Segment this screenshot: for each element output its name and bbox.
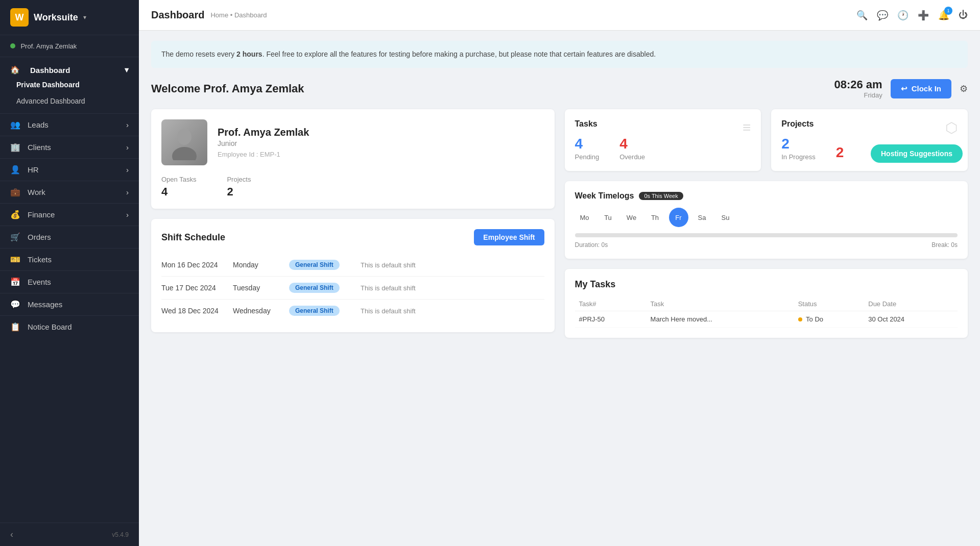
status-text: To Do	[806, 315, 823, 323]
topbar: Dashboard Home • Dashboard 🔍 💬 🕐 ➕ 🔔 1 ⏻	[139, 0, 980, 31]
clock-in-label: Clock In	[912, 84, 941, 93]
sidebar-item-messages[interactable]: 💬 Messages	[0, 293, 139, 315]
task-name: March Here moved...	[647, 311, 794, 328]
shift-desc-1: This is default shift	[361, 261, 544, 269]
day-thursday[interactable]: Th	[646, 208, 665, 227]
main-content: Dashboard Home • Dashboard 🔍 💬 🕐 ➕ 🔔 1 ⏻…	[139, 0, 980, 546]
sidebar-item-orders[interactable]: 🛒 Orders	[0, 226, 139, 248]
shift-badge-1: General Shift	[289, 260, 340, 270]
timelog-progress-bar	[575, 233, 958, 237]
topbar-right: 🔍 💬 🕐 ➕ 🔔 1 ⏻	[856, 10, 968, 21]
week-timelogs-header: Week Timelogs 0s This Week	[575, 191, 958, 201]
notice-board-icon: 📋	[10, 322, 20, 332]
sidebar-item-events[interactable]: 📅 Events	[0, 270, 139, 293]
sidebar-item-finance[interactable]: 💰 Finance ›	[0, 203, 139, 226]
clock-in-icon: ↩	[901, 84, 907, 93]
collapse-sidebar-icon[interactable]: ‹	[10, 529, 13, 540]
profile-stats: Open Tasks 4 Projects 2	[161, 176, 544, 198]
day-sunday[interactable]: Su	[716, 208, 735, 227]
sidebar-item-notice-board[interactable]: 📋 Notice Board	[0, 315, 139, 338]
pending-count: 4	[575, 136, 600, 152]
sidebar-item-label-hr: HR	[28, 165, 39, 174]
chat-icon[interactable]: 💬	[877, 10, 888, 21]
open-tasks-label: Open Tasks	[161, 176, 196, 183]
notification-badge: 1	[944, 7, 952, 15]
add-icon[interactable]: ➕	[918, 10, 929, 21]
sidebar-item-private-dashboard[interactable]: Private Dashboard	[0, 77, 139, 93]
sidebar-item-hr[interactable]: 👤 HR ›	[0, 158, 139, 181]
overdue-task-stat: 4 Overdue	[619, 136, 645, 161]
clock-in-button[interactable]: ↩ Clock In	[891, 79, 951, 98]
projects-label: Projects	[227, 176, 251, 183]
col-task-num: Task#	[575, 297, 647, 311]
sidebar-item-clients[interactable]: 🏢 Clients ›	[0, 136, 139, 158]
sidebar-item-work[interactable]: 💼 Work ›	[0, 181, 139, 203]
settings-button[interactable]: ⚙	[960, 83, 968, 94]
home-icon: 🏠	[10, 65, 20, 75]
col-task: Task	[647, 297, 794, 311]
left-column: Prof. Amya Zemlak Junior Employee Id : E…	[151, 109, 555, 338]
shift-badge-2: General Shift	[289, 283, 340, 293]
employee-shift-button[interactable]: Employee Shift	[474, 229, 544, 245]
notifications-icon[interactable]: 🔔 1	[938, 10, 949, 21]
sidebar-version: v5.4.9	[112, 531, 129, 538]
banner-highlight: 2 hours	[236, 50, 262, 58]
shift-date-2: Tue 17 Dec 2024	[161, 284, 228, 292]
projects-value: 2	[227, 185, 251, 198]
welcome-actions: 08:26 am Friday ↩ Clock In ⚙	[834, 78, 968, 99]
sidebar-item-dashboard[interactable]: 🏠 Dashboard ▾	[0, 61, 139, 77]
current-day: Friday	[834, 91, 882, 99]
projects-stat: Projects 2	[227, 176, 251, 198]
my-tasks-card: My Tasks Task# Task Status Due Date	[565, 269, 968, 338]
messages-icon: 💬	[10, 300, 20, 309]
clock-icon[interactable]: 🕐	[897, 10, 909, 21]
shift-date-3: Wed 18 Dec 2024	[161, 307, 228, 315]
sidebar-item-label-finance: Finance	[28, 210, 55, 219]
sidebar-item-label-clients: Clients	[28, 143, 51, 152]
profile-name: Prof. Amya Zemlak	[218, 127, 309, 138]
current-time: 08:26 am	[834, 78, 882, 91]
task-status: To Do	[794, 311, 865, 328]
finance-icon: 💰	[10, 210, 20, 219]
sidebar: W Worksuite ▾ Prof. Amya Zemlak 🏠 Dashbo…	[0, 0, 139, 546]
day-friday[interactable]: Fr	[669, 208, 688, 227]
sidebar-item-leads[interactable]: 👥 Leads ›	[0, 113, 139, 136]
sidebar-item-label-work: Work	[28, 188, 45, 196]
proj-overdue-count: 2	[836, 144, 844, 161]
search-icon[interactable]: 🔍	[856, 10, 868, 21]
finance-chevron-icon: ›	[126, 210, 129, 219]
banner-text-after: . Feel free to explore all the features …	[262, 50, 656, 58]
timelog-duration: Duration: 0s	[575, 241, 608, 249]
day-wednesday[interactable]: We	[622, 208, 641, 227]
shift-row: Tue 17 Dec 2024 Tuesday General Shift Th…	[161, 277, 544, 300]
profile-card: Prof. Amya Zemlak Junior Employee Id : E…	[151, 109, 555, 209]
projects-card: Projects 2 In Progress 2 ⬡ Hosting Sugge…	[771, 109, 968, 171]
power-icon[interactable]: ⏻	[959, 10, 968, 20]
day-monday[interactable]: Mo	[575, 208, 594, 227]
work-chevron-icon: ›	[126, 188, 129, 196]
svg-point-0	[177, 129, 192, 145]
sidebar-username: Prof. Amya Zemlak	[20, 42, 77, 50]
hosting-suggestions-button[interactable]: Hosting Suggestions	[871, 144, 963, 163]
sidebar-item-label-events: Events	[28, 278, 51, 286]
my-tasks-title: My Tasks	[575, 279, 958, 290]
tasks-card: Tasks 4 Pending 4 Overdue ≡	[565, 109, 761, 171]
sidebar-item-label-notice-board: Notice Board	[28, 322, 72, 331]
right-column: Tasks 4 Pending 4 Overdue ≡	[565, 109, 968, 338]
sidebar-user: Prof. Amya Zemlak	[0, 35, 139, 57]
in-progress-label: In Progress	[781, 153, 815, 161]
day-saturday[interactable]: Sa	[692, 208, 712, 227]
brand-name: Worksuite	[34, 12, 78, 23]
brand-chevron-icon[interactable]: ▾	[83, 14, 86, 21]
tasks-title: Tasks	[575, 119, 751, 129]
work-icon: 💼	[10, 187, 20, 197]
day-tuesday[interactable]: Tu	[599, 208, 618, 227]
hr-icon: 👤	[10, 165, 20, 175]
shift-rows: Mon 16 Dec 2024 Monday General Shift Thi…	[161, 254, 544, 322]
shift-day-2: Tuesday	[233, 284, 284, 292]
welcome-greeting: Welcome Prof. Amya Zemlak	[151, 82, 304, 95]
pending-task-stat: 4 Pending	[575, 136, 600, 161]
avatar-image	[161, 119, 207, 165]
sidebar-item-advanced-dashboard[interactable]: Advanced Dashboard	[0, 93, 139, 109]
sidebar-item-tickets[interactable]: 🎫 Tickets	[0, 248, 139, 270]
